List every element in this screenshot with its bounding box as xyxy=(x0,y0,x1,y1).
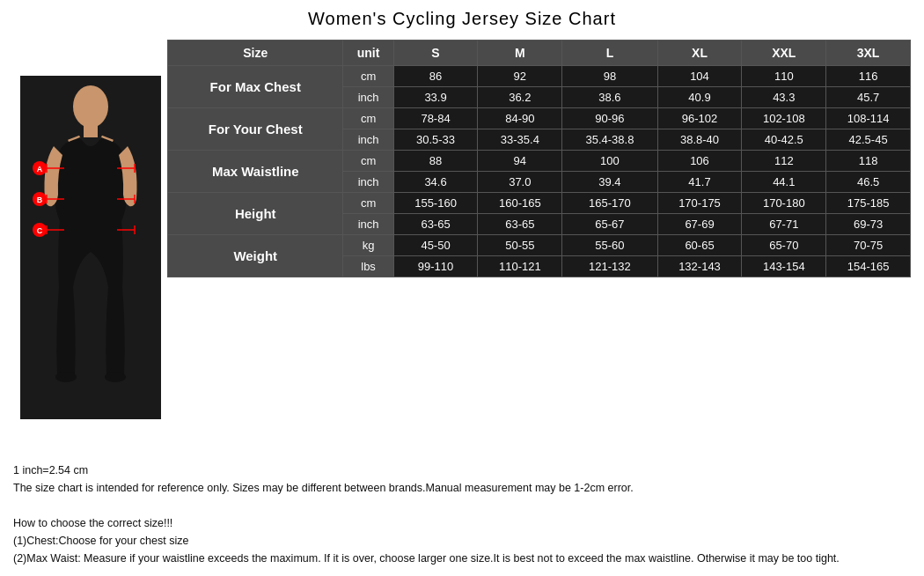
page-wrapper: Women's Cycling Jersey Size Chart xyxy=(0,0,924,576)
data-cell: 42.5-45 xyxy=(826,129,911,151)
page-title: Women's Cycling Jersey Size Chart xyxy=(13,9,911,29)
data-cell: 44.1 xyxy=(742,172,826,193)
data-cell: 170-180 xyxy=(742,193,826,214)
data-cell: 132-143 xyxy=(657,256,742,277)
data-cell: 110 xyxy=(742,66,826,87)
data-cell: 90-96 xyxy=(562,108,657,129)
data-cell: 86 xyxy=(393,66,478,87)
svg-text:B: B xyxy=(36,196,42,204)
svg-rect-2 xyxy=(84,125,98,137)
data-cell: 98 xyxy=(562,66,657,87)
data-cell: 143-154 xyxy=(742,256,826,277)
data-cell: 67-69 xyxy=(657,214,742,235)
data-cell: 34.6 xyxy=(393,172,478,193)
data-cell: 41.7 xyxy=(657,172,742,193)
data-cell: 35.4-38.8 xyxy=(562,129,657,151)
data-cell: 84-90 xyxy=(478,108,562,129)
data-cell: 50-55 xyxy=(478,235,562,256)
label-your-chest: For Your Chest xyxy=(168,108,343,151)
svg-text:C: C xyxy=(36,226,42,235)
header-m: M xyxy=(478,41,562,66)
unit-inch-3: inch xyxy=(343,172,393,193)
data-cell: 175-185 xyxy=(826,193,911,214)
data-cell: 67-71 xyxy=(742,214,826,235)
note-line-1: 1 inch=2.54 cm xyxy=(13,462,911,479)
svg-point-1 xyxy=(73,85,108,128)
note-spacer xyxy=(13,497,911,514)
data-cell: 45.7 xyxy=(826,87,911,108)
note-line-5: (1)Chest:Choose for your chest size xyxy=(13,532,911,550)
header-3xl: 3XL xyxy=(826,41,911,66)
note-line-4: How to choose the correct size!!! xyxy=(13,514,911,532)
notes-section: 1 inch=2.54 cm The size chart is intende… xyxy=(13,462,911,567)
data-cell: 46.5 xyxy=(826,172,911,193)
data-cell: 121-132 xyxy=(562,256,657,277)
data-cell: 60-65 xyxy=(657,235,742,256)
svg-point-5 xyxy=(55,372,77,382)
data-cell: 63-65 xyxy=(478,214,562,235)
data-cell: 33.9 xyxy=(393,87,478,108)
label-waistline: Max Waistline xyxy=(168,151,343,193)
table-header-row: Size unit S M L XL XXL 3XL xyxy=(168,41,911,66)
data-cell: 155-160 xyxy=(393,193,478,214)
data-cell: 38.8-40 xyxy=(657,129,742,151)
data-cell: 92 xyxy=(478,66,562,87)
data-cell: 45-50 xyxy=(393,235,478,256)
data-cell: 110-121 xyxy=(478,256,562,277)
unit-inch-2: inch xyxy=(343,129,393,151)
data-cell: 30.5-33 xyxy=(393,129,478,151)
data-cell: 112 xyxy=(742,151,826,172)
header-unit: unit xyxy=(343,41,393,66)
unit-cm-1: cm xyxy=(343,66,393,87)
data-cell: 39.4 xyxy=(562,172,657,193)
content-area: A B C xyxy=(13,40,911,454)
header-s: S xyxy=(393,41,478,66)
data-cell: 108-114 xyxy=(826,108,911,129)
data-cell: 33-35.4 xyxy=(478,129,562,151)
unit-cm-3: cm xyxy=(343,151,393,172)
header-l: L xyxy=(562,41,657,66)
table-row: For Your Chest cm 78-84 84-90 90-96 96-1… xyxy=(168,108,911,129)
table-section: Size unit S M L XL XXL 3XL For Max Chest xyxy=(167,40,911,454)
unit-cm-4: cm xyxy=(343,193,393,214)
data-cell: 165-170 xyxy=(562,193,657,214)
data-cell: 69-73 xyxy=(826,214,911,235)
data-cell: 65-67 xyxy=(562,214,657,235)
data-cell: 40.9 xyxy=(657,87,742,108)
note-line-2: The size chart is intended for reference… xyxy=(13,479,911,497)
data-cell: 88 xyxy=(393,151,478,172)
data-cell: 63-65 xyxy=(393,214,478,235)
data-cell: 36.2 xyxy=(478,87,562,108)
data-cell: 78-84 xyxy=(393,108,478,129)
data-cell: 38.6 xyxy=(562,87,657,108)
data-cell: 70-75 xyxy=(826,235,911,256)
svg-point-6 xyxy=(105,372,126,382)
unit-kg: kg xyxy=(343,235,393,256)
table-row: Height cm 155-160 160-165 165-170 170-17… xyxy=(168,193,911,214)
label-max-chest: For Max Chest xyxy=(168,66,343,108)
note-line-6: (2)Max Waist: Measure if your waistline … xyxy=(13,550,911,567)
header-xl: XL xyxy=(657,41,742,66)
model-image: A B C xyxy=(20,76,161,419)
data-cell: 100 xyxy=(562,151,657,172)
data-cell: 102-108 xyxy=(742,108,826,129)
unit-inch-4: inch xyxy=(343,214,393,235)
data-cell: 96-102 xyxy=(657,108,742,129)
data-cell: 116 xyxy=(826,66,911,87)
data-cell: 170-175 xyxy=(657,193,742,214)
label-weight: Weight xyxy=(168,235,343,277)
data-cell: 55-60 xyxy=(562,235,657,256)
image-section: A B C xyxy=(13,40,167,454)
header-xxl: XXL xyxy=(742,41,826,66)
unit-lbs: lbs xyxy=(343,256,393,277)
data-cell: 65-70 xyxy=(742,235,826,256)
table-row: Max Waistline cm 88 94 100 106 112 118 xyxy=(168,151,911,172)
data-cell: 37.0 xyxy=(478,172,562,193)
label-height: Height xyxy=(168,193,343,235)
data-cell: 106 xyxy=(657,151,742,172)
unit-cm-2: cm xyxy=(343,108,393,129)
data-cell: 104 xyxy=(657,66,742,87)
header-size: Size xyxy=(168,41,343,66)
data-cell: 160-165 xyxy=(478,193,562,214)
data-cell: 154-165 xyxy=(826,256,911,277)
